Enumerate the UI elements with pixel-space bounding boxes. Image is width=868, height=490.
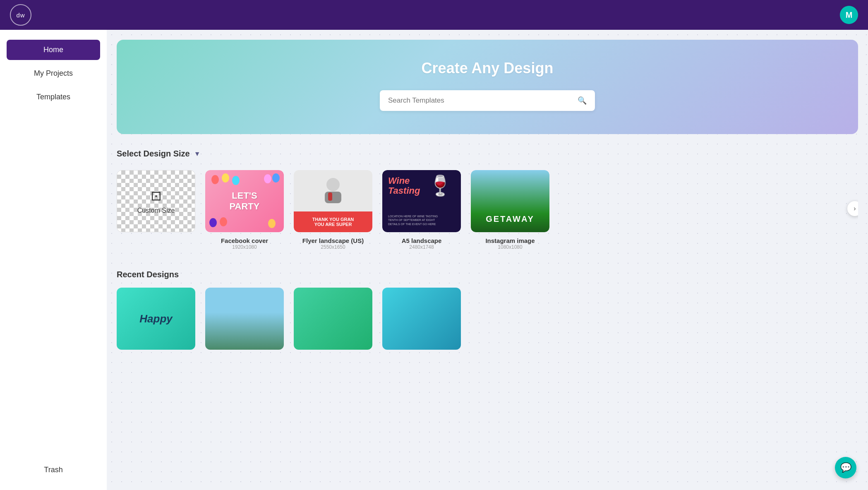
wine-details: LOCATION HERE OF WINE TASTING TENTH OF S… xyxy=(388,214,438,226)
size-card-instagram[interactable]: GETAWAY Instagram image 1080x1080 xyxy=(471,170,549,250)
avatar-letter: M xyxy=(846,10,853,20)
layout: Home My Projects Templates Trash Create … xyxy=(0,0,868,490)
custom-size-label: Custom Size xyxy=(137,207,175,214)
crop-icon: ⊡ xyxy=(151,188,162,204)
sidebar: Home My Projects Templates Trash xyxy=(0,30,107,490)
recent-card-1[interactable]: Happy xyxy=(117,288,195,350)
sidebar-templates-label: Templates xyxy=(36,93,70,101)
getaway-text: GETAWAY xyxy=(486,214,535,224)
fb-cover-preview: LET'SPARTY xyxy=(205,170,284,232)
wine-title: WineTasting xyxy=(388,176,420,196)
getaway-preview: GETAWAY xyxy=(471,170,549,232)
sidebar-item-home[interactable]: Home xyxy=(7,40,100,60)
hero-title: Create Any Design xyxy=(127,60,848,77)
a5-name: A5 landscape xyxy=(402,237,442,244)
instagram-dims: 1080x1080 xyxy=(498,244,522,250)
design-size-title: Select Design Size xyxy=(117,149,190,159)
svg-point-0 xyxy=(326,178,340,191)
chat-bubble-button[interactable]: 💬 xyxy=(835,457,856,478)
logo-text: dw xyxy=(16,12,25,19)
recent-card-2[interactable] xyxy=(205,288,284,350)
filter-icon[interactable]: ▼ xyxy=(194,150,201,158)
logo[interactable]: dw xyxy=(10,4,31,26)
user-avatar[interactable]: M xyxy=(840,6,858,24)
recent-card-3[interactable] xyxy=(294,288,372,350)
instagram-thumbnail: GETAWAY xyxy=(471,170,549,232)
fb-cover-name: Facebook cover xyxy=(221,237,268,244)
sidebar-home-label: Home xyxy=(43,46,63,54)
design-size-section: Select Design Size ▼ ⊡ Custom Size xyxy=(117,149,858,250)
flyer-image-area xyxy=(294,170,372,211)
flyer-thumbnail: THANK YOU GRANYOU ARE SUPER xyxy=(294,170,372,232)
wine-preview: WineTasting 🍷 LOCATION HERE OF WINE TAST… xyxy=(382,170,461,232)
size-card-custom[interactable]: ⊡ Custom Size xyxy=(117,170,195,237)
flyer-bottom-area: THANK YOU GRANYOU ARE SUPER xyxy=(294,211,372,232)
flyer-dims: 2550x1650 xyxy=(321,244,345,250)
hero-banner: Create Any Design 🔍 xyxy=(117,40,858,134)
size-card-fb-cover[interactable]: LET'SPARTY Facebook cover 1920x1080 xyxy=(205,170,284,250)
size-card-a5[interactable]: WineTasting 🍷 LOCATION HERE OF WINE TAST… xyxy=(382,170,461,250)
design-size-cards: ⊡ Custom Size xyxy=(117,170,858,250)
section-header-design-size: Select Design Size ▼ xyxy=(117,149,858,159)
top-navigation: dw M xyxy=(0,0,868,30)
carousel-next-button[interactable]: › xyxy=(847,201,858,216)
main-content: Create Any Design 🔍 Select Design Size ▼… xyxy=(107,30,868,490)
svg-rect-2 xyxy=(328,192,332,201)
search-input[interactable] xyxy=(388,96,578,105)
sidebar-item-templates[interactable]: Templates xyxy=(7,87,100,107)
wine-glass-icon: 🍷 xyxy=(428,174,453,197)
svg-rect-1 xyxy=(325,192,341,203)
recent-designs-section: Recent Designs Happy xyxy=(117,270,858,350)
fb-cover-text: LET'SPARTY xyxy=(230,190,260,212)
sidebar-trash-label: Trash xyxy=(44,466,62,474)
flyer-preview: THANK YOU GRANYOU ARE SUPER xyxy=(294,170,372,232)
instagram-name: Instagram image xyxy=(485,237,535,244)
sidebar-item-my-projects[interactable]: My Projects xyxy=(7,63,100,84)
sidebar-item-trash[interactable]: Trash xyxy=(7,460,100,480)
fb-cover-dims: 1920x1080 xyxy=(232,244,257,250)
custom-size-thumbnail: ⊡ Custom Size xyxy=(117,170,195,232)
sidebar-projects-label: My Projects xyxy=(34,69,73,77)
a5-dims: 2480x1748 xyxy=(409,244,434,250)
recent-card-4[interactable] xyxy=(382,288,461,350)
search-icon: 🔍 xyxy=(578,96,587,105)
search-bar[interactable]: 🔍 xyxy=(380,90,595,111)
a5-thumbnail: WineTasting 🍷 LOCATION HERE OF WINE TAST… xyxy=(382,170,461,232)
fb-cover-thumbnail: LET'SPARTY xyxy=(205,170,284,232)
size-card-flyer[interactable]: THANK YOU GRANYOU ARE SUPER Flyer landsc… xyxy=(294,170,372,250)
recent-design-cards: Happy xyxy=(117,288,858,350)
flyer-name: Flyer landscape (US) xyxy=(302,237,364,244)
flyer-image-svg xyxy=(317,174,350,207)
recent-card-1-text: Happy xyxy=(139,312,172,325)
recent-designs-title: Recent Designs xyxy=(117,270,858,279)
chat-icon: 💬 xyxy=(840,462,851,473)
flyer-text: THANK YOU GRANYOU ARE SUPER xyxy=(312,217,354,227)
